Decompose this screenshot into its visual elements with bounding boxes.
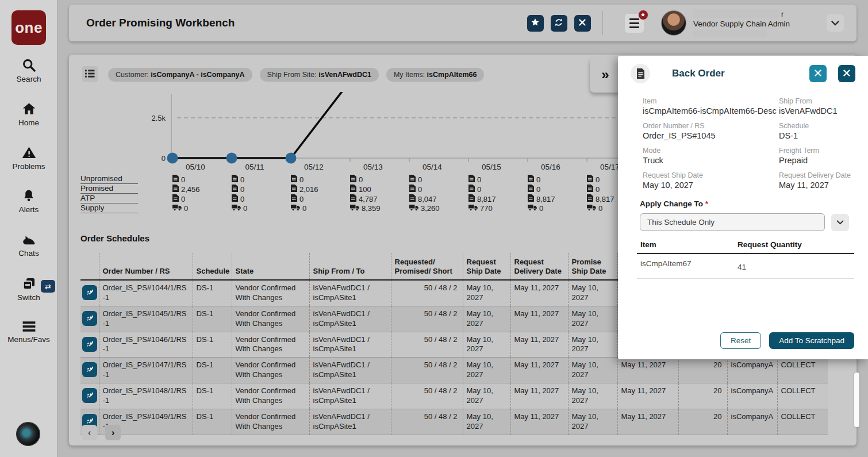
apply-change-dropdown-button[interactable]	[831, 214, 849, 231]
sidebar-item-menus-favs[interactable]: Menus/Favs	[0, 320, 57, 344]
reset-button[interactable]: Reset	[720, 332, 761, 349]
launch-order-button[interactable]	[82, 337, 97, 352]
filter-chip[interactable]: My Items: isCmpAItem66	[386, 68, 485, 82]
cell-ship_from_to: isVenAFwdDC1 / isCmpASite1	[309, 280, 391, 306]
cell-ship_from_to: isVenAFwdDC1 / isCmpASite1	[309, 409, 391, 435]
metric-value: 770	[468, 204, 528, 213]
column-header: Request Delivery Date	[510, 253, 568, 280]
sidebar-item-alerts[interactable]: Alerts	[0, 189, 57, 214]
user-avatar[interactable]	[661, 10, 686, 36]
metric-value: 0	[409, 185, 468, 194]
document-icon	[291, 175, 297, 184]
panel-field: ModeTruck	[643, 147, 779, 165]
cell-promise_ship: May 10, 2027	[568, 383, 617, 409]
cell-ship_from_to: isVenAFwdDC1 / isCmpASite1	[309, 306, 391, 332]
cell-promise_delivery: May 11, 2027	[617, 409, 678, 435]
topbar-actions: r Vendor Supply Chain Admin	[520, 9, 844, 37]
metric-value: 0	[232, 194, 291, 203]
metric-row-label: ATP	[80, 194, 138, 203]
panel-field: Request Delivery DateMay 11, 2027	[779, 171, 857, 190]
cell-ship_from_to: isVenAFwdDC1 / isCmpASite1	[309, 358, 391, 383]
table-row[interactable]: Order_IS_PS#1047/1/RS-1DS-1Vendor Confir…	[80, 358, 828, 383]
expand-panel-button[interactable]: »	[590, 57, 621, 93]
document-icon	[172, 185, 179, 194]
document-icon	[232, 185, 238, 194]
truck-icon	[528, 204, 537, 213]
metric-value: 0	[232, 204, 291, 213]
one-network-logo: one	[11, 10, 46, 45]
metric-value: 100	[350, 185, 409, 194]
rocket-icon	[86, 339, 94, 350]
user-info: r Vendor Supply Chain Admin	[693, 9, 790, 37]
cell-freight: COLLECT	[777, 383, 828, 409]
close-panel-button[interactable]	[809, 65, 827, 82]
table-row[interactable]: Order_IS_PS#1049/1/RS-1DS-1Vendor Confir…	[80, 409, 828, 435]
sidebar-item-search[interactable]: Search	[0, 57, 57, 83]
switch-arrows-badge[interactable]: ⇄	[41, 280, 55, 293]
metric-value: 3,260	[409, 204, 468, 213]
favorite-button[interactable]	[527, 15, 544, 32]
filter-row: Customer: isCompanyA - isCompanyAShip Fr…	[82, 66, 491, 82]
cell-promise_ship: May 10, 2027	[568, 358, 617, 383]
metric-row-label: Promised	[80, 184, 138, 194]
metric-value: 2,456	[172, 185, 232, 194]
cell-request_delivery: May 11, 2027	[510, 280, 568, 306]
favorite-badge	[638, 10, 648, 20]
add-to-scratchpad-button[interactable]: Add To Scratchpad	[769, 332, 854, 349]
chevron-down-icon	[831, 19, 839, 28]
cell-request_delivery: May 11, 2027	[510, 409, 568, 435]
table-scrollbar[interactable]	[854, 372, 859, 427]
close-all-button[interactable]	[838, 65, 855, 82]
column-header: Request Ship Date	[463, 253, 510, 280]
metric-value: 0	[291, 175, 350, 184]
rocket-icon	[86, 390, 94, 401]
document-icon	[587, 185, 593, 194]
apply-change-input[interactable]	[640, 213, 825, 231]
next-page-button[interactable]: ›	[105, 425, 121, 440]
request-quantity[interactable]: 41	[738, 259, 746, 271]
truck-icon	[291, 204, 300, 213]
filter-chip[interactable]: Customer: isCompanyA - isCompanyA	[108, 68, 252, 82]
data-point-marker	[226, 153, 237, 164]
page-title: Order Promising Workbench	[86, 17, 235, 29]
notifications-menu-button[interactable]	[625, 14, 644, 33]
launch-order-button[interactable]	[82, 311, 97, 326]
cell-request_ship: May 10, 2027	[463, 358, 510, 383]
metric-value: 4,787	[350, 194, 409, 203]
svg-text:2.5k: 2.5k	[151, 114, 166, 122]
filter-chip[interactable]: Ship From Site: isVenAFwdDC1	[260, 68, 379, 82]
refresh-button[interactable]	[551, 15, 567, 32]
apply-change-label: Apply Change To *	[640, 199, 868, 208]
table-row[interactable]: Order_IS_PS#1048/1/RS-1DS-1Vendor Confir…	[80, 383, 828, 409]
document-icon	[350, 175, 356, 184]
close-workbench-button[interactable]	[574, 15, 591, 32]
panel-items-table: Item Request Quantity isCmpAItem6741	[637, 240, 854, 279]
launch-order-button[interactable]	[82, 388, 97, 403]
document-icon	[291, 185, 297, 194]
user-menu-button[interactable]	[827, 14, 844, 32]
document-icon	[528, 194, 534, 203]
cell-state: Vendor Confirmed With Changes	[232, 332, 309, 358]
panel-header: Back Order	[618, 56, 868, 83]
metric-value: 0	[291, 194, 350, 203]
sidebar-item-home[interactable]: Home	[0, 101, 57, 127]
metric-value: 0	[528, 185, 587, 194]
close-icon	[843, 70, 850, 78]
launch-order-button[interactable]	[82, 285, 97, 300]
column-header: Promise Ship Date	[568, 253, 617, 280]
bell-icon	[0, 189, 57, 203]
truck-icon	[587, 204, 596, 213]
sidebar-item-chats[interactable]: Chats	[0, 232, 57, 258]
rocket-icon	[86, 364, 94, 375]
filter-list-button[interactable]	[82, 66, 98, 82]
metric-value: 0	[172, 194, 232, 203]
metric-value: 2,016	[291, 185, 350, 194]
sidebar-item-problems[interactable]: Problems	[0, 145, 57, 171]
assistant-avatar[interactable]	[16, 422, 40, 446]
previous-page-button[interactable]: ‹	[82, 425, 97, 440]
column-header: Schedule	[193, 253, 232, 280]
metric-value: 8,817	[468, 194, 528, 203]
document-icon	[468, 175, 475, 184]
document-icon	[631, 64, 650, 83]
launch-order-button[interactable]	[82, 362, 97, 377]
